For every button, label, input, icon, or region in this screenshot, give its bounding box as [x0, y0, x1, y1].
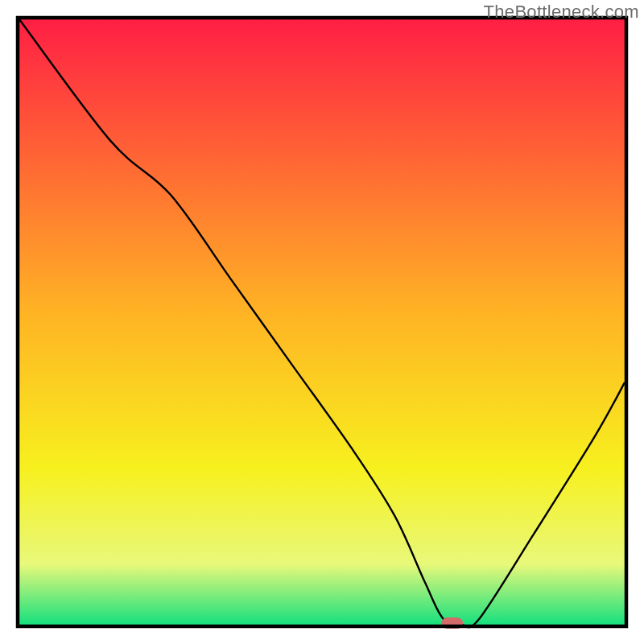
chart-canvas — [0, 0, 644, 644]
watermark-text: TheBottleneck.com — [484, 2, 639, 23]
